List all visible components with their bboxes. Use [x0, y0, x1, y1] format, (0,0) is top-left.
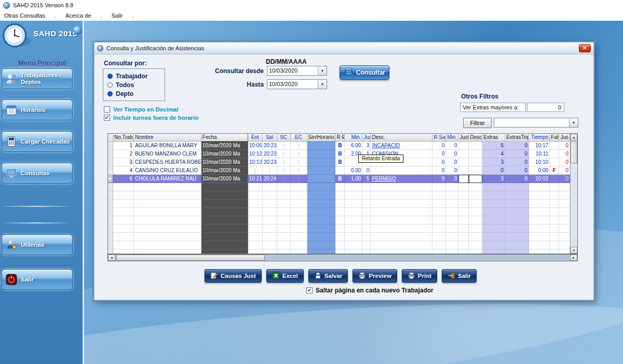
grid-cell[interactable]: 0 — [505, 166, 529, 175]
grid-column-header[interactable]: Nombre — [134, 134, 201, 142]
grid-cell[interactable]: 0 — [446, 142, 458, 150]
salvar-button[interactable]: Salvar — [308, 269, 348, 283]
grid-cell[interactable]: CANSINO CRUZ EULALIO — [134, 166, 201, 175]
vertical-scroll-thumb[interactable] — [571, 142, 577, 163]
grid-column-header[interactable]: Falta — [550, 134, 559, 142]
chevron-down-icon[interactable]: ▼ — [569, 118, 578, 127]
grid-cell[interactable] — [371, 166, 432, 175]
grid-cell[interactable]: 10:12 — [248, 150, 263, 158]
radio-depto[interactable]: Depto — [107, 89, 160, 98]
grid-cell[interactable]: 10:13 — [248, 158, 263, 166]
grid-cell[interactable] — [550, 142, 559, 150]
grid-cell[interactable]: 0 — [559, 150, 570, 158]
grid-cell[interactable]: 0 — [432, 158, 446, 166]
grid-cell[interactable]: INCAPACID — [371, 142, 432, 150]
grid-cell[interactable]: 6.00 — [345, 142, 362, 150]
grid-cell[interactable]: CHOLULA RAMIREZ RAU — [134, 175, 201, 183]
grid-cell[interactable]: 0 — [446, 166, 458, 175]
grid-cell[interactable]: 0 — [482, 166, 505, 175]
grid-column-header[interactable]: Just — [458, 134, 469, 142]
grid-column-header[interactable]: Min. — [446, 134, 458, 142]
sidebar-item-cargar-checadas[interactable]: Cargar Checadas — [2, 131, 73, 152]
grid-cell[interactable] — [469, 142, 482, 150]
grid-cell[interactable]: 0 — [505, 142, 529, 150]
grid-column-header[interactable]: Jus — [559, 134, 570, 142]
grid-cell[interactable]: 10/mar/2020 Ma — [201, 158, 248, 166]
ver-extras-input[interactable]: 0 — [527, 103, 564, 112]
scroll-up-icon[interactable]: ▲ — [571, 134, 577, 141]
horizontal-scroll-track[interactable] — [115, 255, 570, 261]
grid-cell[interactable]: : — [291, 150, 307, 158]
grid-cell[interactable]: 10/mar/2020 Ma — [201, 166, 248, 175]
consultar-button[interactable]: Consultar — [340, 65, 389, 80]
dialog-titlebar[interactable]: Consulta y Justificación de Asistencias … — [94, 43, 593, 54]
grid-cell[interactable]: 10:06 — [248, 142, 263, 150]
vertical-scroll-track[interactable] — [571, 141, 577, 247]
radio-trabajador[interactable]: Trabajador — [107, 72, 160, 80]
grid-cell[interactable]: : — [291, 175, 307, 183]
grid-cell[interactable]: B — [335, 175, 345, 183]
grid-cell[interactable] — [307, 158, 336, 166]
causas-just-button[interactable]: Causas Just — [205, 269, 262, 283]
salir-button[interactable]: Salir — [442, 269, 477, 283]
grid-cell[interactable]: : — [291, 142, 307, 150]
checkbox-incluir-turnos[interactable]: ✔ Incluir turnos fuera de horario — [104, 115, 198, 121]
print-button[interactable]: Print — [402, 269, 437, 283]
grid-cell[interactable] — [469, 175, 482, 183]
menu-acerca-de[interactable]: Acerca de — [65, 12, 91, 19]
grid-cell[interactable]: : — [277, 142, 291, 150]
grid-cell[interactable]: 0 — [559, 166, 570, 175]
grid-cell[interactable]: 5 — [362, 175, 371, 183]
excel-button[interactable]: Excel — [266, 269, 304, 283]
grid-column-header[interactable]: Fecha — [201, 134, 248, 142]
sidebar-item-utilerias[interactable]: Utilerias — [2, 234, 73, 255]
horizontal-scroll-thumb[interactable] — [116, 255, 265, 261]
grid-cell[interactable] — [335, 166, 345, 175]
grid-cell[interactable]: 10:10 — [529, 158, 550, 166]
table-row[interactable]: 3CESPEDES HUERTA ROBE10/mar/2020 Ma10:13… — [108, 158, 570, 166]
scroll-down-icon[interactable]: ▼ — [571, 247, 577, 254]
grid-cell[interactable]: 0 — [559, 142, 570, 150]
scroll-right-icon[interactable]: ► — [570, 255, 577, 261]
grid-cell[interactable]: 2 — [113, 150, 134, 158]
grid-column-header[interactable]: Min. — [345, 134, 362, 142]
grid-cell[interactable]: 4 — [482, 150, 505, 158]
grid-column-header[interactable]: Tiempo — [529, 134, 550, 142]
grid-cell[interactable]: 3 — [362, 142, 371, 150]
grid-column-header[interactable]: Just — [362, 134, 371, 142]
checkbox-saltar-pagina[interactable]: ✔ Saltar página en cada nuevo Trabajador — [306, 287, 434, 294]
grid-cell[interactable]: 0 — [559, 158, 570, 166]
grid-cell[interactable]: 3 — [482, 158, 505, 166]
checkbox-ver-tiempo-decimal[interactable]: ✔ Ver Tiempo en Decimal — [104, 106, 179, 113]
grid-cell[interactable]: 3 — [113, 158, 134, 166]
grid-column-header[interactable]: R Sal — [432, 134, 446, 142]
grid-cell[interactable] — [458, 158, 469, 166]
preview-button[interactable]: Preview — [353, 269, 397, 283]
menu-salir[interactable]: Salir — [112, 12, 123, 19]
grid-cell[interactable]: : — [248, 166, 263, 175]
grid-cell[interactable]: 1.00 — [345, 175, 362, 183]
grid-cell[interactable]: CESPEDES HUERTA ROBE — [134, 158, 201, 166]
grid-cell[interactable]: 0 — [446, 175, 458, 183]
grid-cell[interactable] — [469, 166, 482, 175]
grid-cell[interactable]: : — [291, 158, 307, 166]
grid-cell[interactable]: 10:03 — [529, 175, 550, 183]
grid-cell[interactable]: 1 — [113, 142, 134, 150]
grid-cell[interactable]: 0 — [362, 166, 371, 175]
grid-cell[interactable]: : — [277, 175, 291, 183]
table-row[interactable]: 1AGUILAR BONILLA MARY10/mar/2020 Ma10:06… — [108, 142, 570, 150]
grid-cell[interactable]: B — [335, 158, 345, 166]
grid-cell[interactable]: 4 — [113, 166, 134, 175]
sidebar-item-horarios[interactable]: Horarios — [2, 100, 73, 120]
chevron-down-icon[interactable]: ▼ — [318, 80, 327, 89]
grid-cell[interactable] — [550, 158, 559, 166]
grid-cell[interactable]: 0:00 — [529, 166, 550, 175]
grid-column-header[interactable]: Desc. — [469, 134, 482, 142]
close-button[interactable]: ✕ — [579, 44, 591, 52]
grid-cell[interactable]: : — [291, 166, 307, 175]
sidebar-item-trabajadores-deptos[interactable]: Trabajadores - Deptos — [2, 68, 73, 89]
grid-cell[interactable]: BUENO MANZANO CLEM — [134, 150, 201, 158]
grid-cell[interactable]: 0.00 — [345, 166, 362, 175]
grid-cell[interactable]: 0 — [505, 158, 529, 166]
grid-cell[interactable] — [458, 166, 469, 175]
